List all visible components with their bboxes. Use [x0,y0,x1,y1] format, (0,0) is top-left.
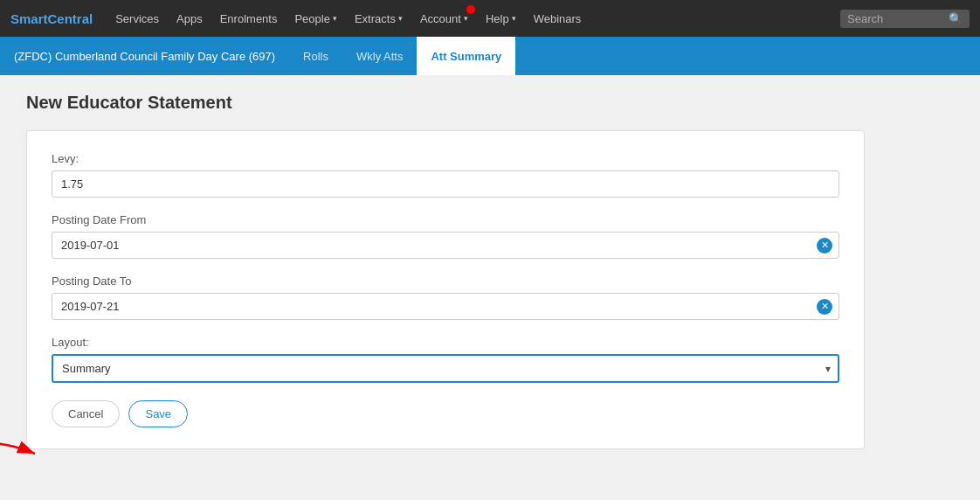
layout-select[interactable]: Summary Detail Full [52,354,839,383]
chevron-down-icon: ▾ [464,14,468,23]
chevron-down-icon: ▾ [333,14,337,23]
posting-date-from-label: Posting Date From [52,213,839,226]
chevron-down-icon: ▾ [512,14,516,23]
sub-nav-tabs: Rolls Wkly Atts Att Summary [289,37,515,75]
chevron-down-icon: ▾ [398,14,403,23]
cancel-button[interactable]: Cancel [52,400,120,427]
nav-enrolments[interactable]: Enrolments [211,0,286,37]
posting-date-to-wrapper: ✕ [52,293,839,320]
form-card: Levy: Posting Date From ✕ Posting Date T… [26,130,865,449]
page-title: New Educator Statement [26,93,954,113]
save-button[interactable]: Save [128,400,188,427]
layout-select-wrapper: Summary Detail Full ▾ [52,354,839,383]
form-outer: Levy: Posting Date From ✕ Posting Date T… [26,130,865,449]
posting-date-to-group: Posting Date To ✕ [52,274,839,320]
posting-date-from-input[interactable] [52,232,839,259]
levy-input[interactable] [52,170,839,198]
nav-extracts[interactable]: Extracts ▾ [346,0,411,37]
sub-nav: (ZFDC) Cumberland Council Family Day Car… [0,37,980,75]
layout-label: Layout: [52,336,839,349]
clear-date-from-button[interactable]: ✕ [817,238,832,253]
nav-services[interactable]: Services [107,0,168,37]
search-icon: 🔍 [949,12,963,25]
levy-label: Levy: [52,152,839,165]
posting-date-to-input[interactable] [52,293,839,320]
posting-date-from-group: Posting Date From ✕ [52,213,839,259]
breadcrumb: (ZFDC) Cumberland Council Family Day Car… [0,37,289,75]
levy-group: Levy: [52,152,839,198]
posting-date-to-label: Posting Date To [52,274,839,288]
tab-rolls[interactable]: Rolls [289,37,342,75]
main-content: New Educator Statement Levy: Posting Dat… [0,75,980,467]
nav-help[interactable]: Help ▾ [477,0,525,37]
posting-date-from-wrapper: ✕ [52,232,839,259]
nav-apps[interactable]: Apps [168,0,211,37]
top-nav: SmartCentral Services Apps Enrolments Pe… [0,0,980,37]
nav-people[interactable]: People ▾ [286,0,345,37]
clear-date-to-button[interactable]: ✕ [817,299,832,315]
buttons-row: Cancel Save [52,400,839,427]
search-input[interactable] [847,12,943,25]
search-box: 🔍 [840,10,970,28]
brand-logo[interactable]: SmartCentral [10,11,93,26]
notification-dot [466,5,475,14]
tab-att-summary[interactable]: Att Summary [417,37,515,75]
layout-group: Layout: Summary Detail Full ▾ [52,336,839,383]
nav-webinars[interactable]: Webinars [525,0,590,37]
nav-account[interactable]: Account ▾ [411,0,477,37]
tab-wkly-atts[interactable]: Wkly Atts [342,37,417,75]
